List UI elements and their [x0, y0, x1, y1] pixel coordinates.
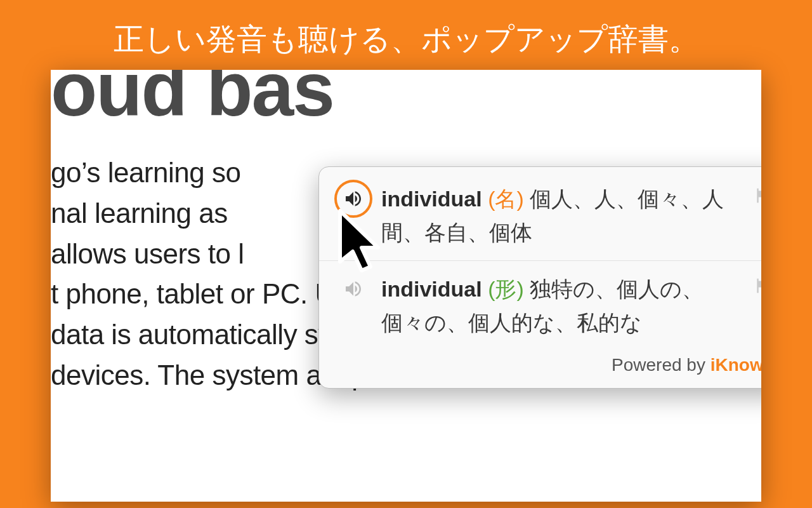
pronounce-button[interactable]	[334, 180, 372, 218]
pronounce-button[interactable]	[334, 270, 372, 308]
flag-icon	[753, 276, 761, 295]
entry-pos: (名)	[488, 187, 524, 211]
entry-word: individual	[381, 277, 482, 301]
entry-text: individual (形) 独特の、個人の、個々の、個人的な、私的な	[381, 272, 747, 339]
speaker-icon	[343, 189, 363, 209]
powered-by-label: Powered by	[612, 355, 710, 375]
entry-text: individual (名) 個人、人、個々、人間、各自、個体	[381, 182, 747, 249]
promo-headline: 正しい発音も聴ける、ポップアップ辞書。	[0, 0, 812, 60]
document-title: oud bas	[51, 70, 761, 127]
document-viewport: oud bas go’s learning sonal learning asa…	[51, 70, 761, 502]
dictionary-entry: individual (名) 個人、人、個々、人間、各自、個体	[319, 178, 761, 260]
speaker-icon	[343, 279, 363, 299]
entry-pos: (形)	[488, 277, 524, 301]
dictionary-popup: individual (名) 個人、人、個々、人間、各自、個体	[318, 166, 761, 389]
flag-button[interactable]	[753, 276, 761, 298]
dictionary-entry: individual (形) 独特の、個人の、個々の、個人的な、私的な	[319, 260, 761, 351]
powered-by: Powered by iKnow!	[319, 351, 761, 380]
flag-button[interactable]	[753, 186, 761, 208]
powered-by-brand[interactable]: iKnow!	[710, 355, 761, 375]
flag-icon	[753, 186, 761, 205]
entry-word: individual	[381, 187, 482, 211]
